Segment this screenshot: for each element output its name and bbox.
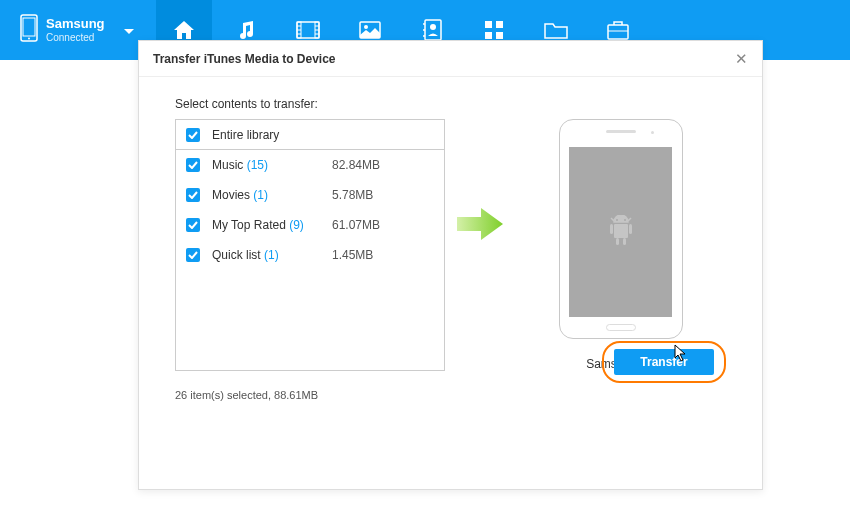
checkbox[interactable] — [186, 158, 200, 172]
selection-summary: 26 item(s) selected, 88.61MB — [175, 389, 726, 401]
device-status: Connected — [46, 32, 105, 44]
chevron-down-icon — [124, 21, 134, 39]
checkbox[interactable] — [186, 218, 200, 232]
checkbox[interactable] — [186, 188, 200, 202]
transfer-button[interactable]: Transfer — [614, 349, 714, 375]
svg-rect-1 — [23, 18, 35, 36]
svg-point-25 — [616, 219, 618, 221]
transfer-modal: Transfer iTunes Media to Device ✕ Select… — [138, 40, 763, 490]
svg-point-13 — [364, 25, 368, 29]
folder-icon — [544, 21, 568, 39]
target-phone — [559, 119, 683, 339]
item-size: 1.45MB — [332, 248, 373, 262]
music-icon — [235, 19, 257, 41]
phone-icon — [20, 14, 38, 46]
device-name: Samsung — [46, 16, 105, 32]
svg-rect-31 — [623, 238, 626, 245]
list-item[interactable]: My Top Rated (9)61.07MB — [176, 210, 444, 240]
item-count: (9) — [289, 218, 304, 232]
item-count: (1) — [253, 188, 268, 202]
content-list: Entire library Music (15)82.84MBMovies (… — [175, 119, 445, 371]
item-count: (1) — [264, 248, 279, 262]
entire-library-row[interactable]: Entire library — [176, 120, 444, 150]
item-size: 61.07MB — [332, 218, 380, 232]
image-icon — [359, 21, 381, 39]
svg-rect-19 — [485, 21, 492, 28]
svg-rect-22 — [496, 32, 503, 39]
apps-icon — [484, 20, 504, 40]
transfer-highlight: Transfer — [602, 341, 726, 383]
cursor-icon — [674, 344, 688, 366]
svg-point-15 — [430, 24, 436, 30]
film-icon — [296, 21, 320, 39]
svg-rect-20 — [496, 21, 503, 28]
list-item[interactable]: Quick list (1)1.45MB — [176, 240, 444, 270]
briefcase-icon — [607, 20, 629, 40]
checkbox[interactable] — [186, 248, 200, 262]
item-label: Music (15) — [212, 158, 332, 172]
arrow-right-icon — [455, 205, 505, 243]
entire-label: Entire library — [212, 128, 279, 142]
list-item[interactable]: Music (15)82.84MB — [176, 150, 444, 180]
item-count: (15) — [247, 158, 268, 172]
transfer-arrow — [445, 119, 515, 329]
modal-subtitle: Select contents to transfer: — [175, 97, 726, 111]
device-selector[interactable]: Samsung Connected — [8, 14, 138, 46]
svg-rect-23 — [608, 25, 628, 39]
android-icon — [606, 215, 636, 249]
svg-rect-30 — [616, 238, 619, 245]
close-icon[interactable]: ✕ — [735, 50, 748, 68]
item-size: 5.78MB — [332, 188, 373, 202]
modal-title: Transfer iTunes Media to Device — [153, 52, 336, 66]
contacts-icon — [422, 19, 442, 41]
home-icon — [172, 19, 196, 41]
modal-header: Transfer iTunes Media to Device ✕ — [139, 41, 762, 77]
svg-point-26 — [624, 219, 626, 221]
svg-point-2 — [28, 38, 30, 40]
item-size: 82.84MB — [332, 158, 380, 172]
list-item[interactable]: Movies (1)5.78MB — [176, 180, 444, 210]
svg-rect-21 — [485, 32, 492, 39]
svg-rect-28 — [610, 224, 613, 234]
checkbox-entire[interactable] — [186, 128, 200, 142]
item-label: My Top Rated (9) — [212, 218, 332, 232]
item-label: Movies (1) — [212, 188, 332, 202]
svg-rect-29 — [629, 224, 632, 234]
svg-rect-27 — [614, 224, 628, 238]
item-label: Quick list (1) — [212, 248, 332, 262]
